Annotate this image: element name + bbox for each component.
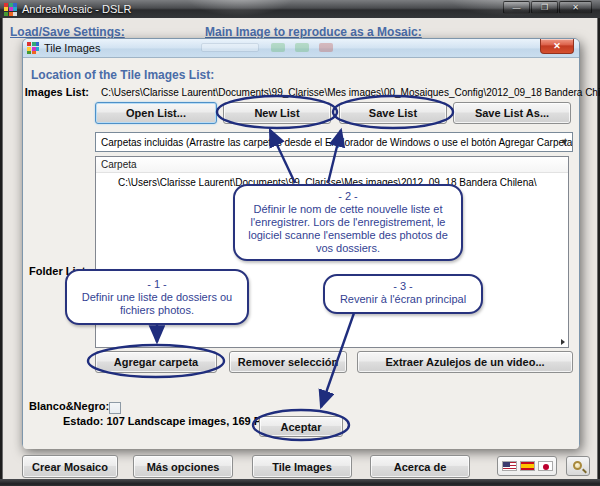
tile-images-button[interactable]: Tile Images: [252, 455, 352, 478]
bw-checkbox[interactable]: [109, 402, 121, 414]
save-list-as-button[interactable]: Save List As...: [453, 102, 571, 124]
minimize-button[interactable]: —: [503, 1, 530, 14]
us-flag-icon[interactable]: [502, 461, 517, 471]
maximize-button[interactable]: ❐: [531, 1, 558, 14]
main-image-heading: Main Image to reproduce as a Mosaic:: [205, 25, 422, 39]
dialog-body: Location of the Tile Images List: Images…: [23, 57, 579, 449]
callout-2-number: - 2 -: [241, 190, 455, 203]
more-options-button[interactable]: Más opciones: [133, 455, 233, 478]
window-close-button[interactable]: ✕: [559, 1, 592, 14]
callout-2: - 2 - Définir le nom de cette nouvelle l…: [233, 184, 463, 261]
titlebar-ghost: [295, 43, 309, 52]
load-save-settings-heading: Load/Save Settings:: [10, 25, 125, 39]
section-heading: Location of the Tile Images List:: [31, 68, 214, 82]
tile-images-dialog: Tile Images ✕ Location of the Tile Image…: [22, 38, 580, 448]
images-list-path: C:\Users\Clarisse Laurent\Documents\99_C…: [101, 87, 571, 98]
chevron-down-icon: ▼: [560, 137, 569, 147]
search-button[interactable]: [566, 456, 590, 476]
save-list-button[interactable]: Save List: [339, 102, 447, 124]
folder-list-column-header: Carpeta: [96, 157, 568, 173]
create-mosaic-button[interactable]: Crear Mosaico: [22, 455, 118, 478]
japan-flag-icon[interactable]: [538, 461, 553, 471]
spain-flag-icon[interactable]: [520, 461, 535, 471]
callout-3-text: Revenir à l'écran principal: [331, 293, 475, 306]
add-folder-button[interactable]: Agregar carpeta: [95, 351, 217, 373]
accept-button[interactable]: Aceptar: [259, 416, 343, 437]
titlebar-glass-highlight: [180, 0, 300, 18]
black-white-label: Blanco&Negro:: [29, 400, 105, 412]
callout-1-number: - 1 -: [73, 278, 241, 291]
app-icon: [4, 3, 17, 16]
titlebar-ghost: [201, 43, 259, 52]
extract-tiles-video-button[interactable]: Extraer Azulejos de un video...: [357, 351, 573, 373]
open-list-button[interactable]: Open List...: [95, 102, 217, 124]
app-window: AndreaMosaic - DSLR — ❐ ✕ Load/Save Sett…: [0, 0, 600, 486]
folders-dropdown-label: Carpetas incluidas (Arrastre las carpeta…: [101, 137, 573, 148]
window-bottom-frame: [0, 479, 600, 486]
new-list-button[interactable]: New List: [223, 102, 331, 124]
callout-3: - 3 - Revenir à l'écran principal: [323, 274, 483, 314]
dialog-icon: [27, 42, 39, 54]
callout-2-text: Définir le nom de cette nouvelle liste e…: [241, 203, 455, 255]
window-titlebar: AndreaMosaic - DSLR — ❐ ✕: [0, 0, 600, 18]
titlebar-ghost: [319, 43, 333, 52]
remove-selection-button[interactable]: Remover selección: [229, 351, 347, 373]
callout-3-number: - 3 -: [331, 280, 475, 293]
callout-1: - 1 - Definir une liste de dossiers ou f…: [65, 269, 249, 325]
language-selector[interactable]: [497, 456, 557, 476]
dialog-titlebar[interactable]: Tile Images: [23, 39, 579, 57]
list-resize-marker: [561, 339, 565, 345]
dialog-close-button[interactable]: ✕: [540, 39, 574, 54]
callout-1-text: Definir une liste de dossiers ou fichier…: [73, 291, 241, 317]
dialog-title: Tile Images: [44, 42, 100, 54]
images-list-label: Images List:: [23, 86, 89, 98]
about-button[interactable]: Acerca de: [370, 455, 470, 478]
titlebar-ghost: [271, 43, 285, 52]
magnifier-icon: [573, 461, 582, 470]
window-title: AndreaMosaic - DSLR: [22, 3, 131, 15]
folders-dropdown[interactable]: Carpetas incluidas (Arrastre las carpeta…: [95, 132, 573, 152]
